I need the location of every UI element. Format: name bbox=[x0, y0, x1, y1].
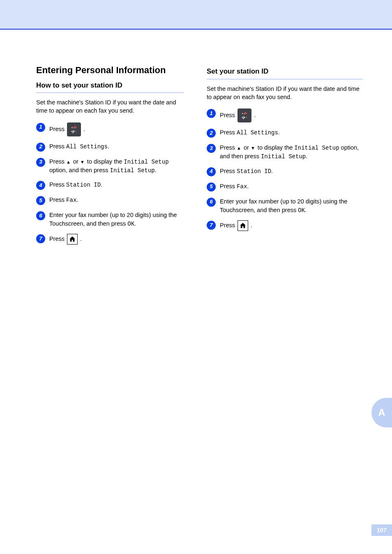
step-number: 7 bbox=[36, 234, 45, 243]
home-icon bbox=[238, 220, 248, 231]
step-text: Press Station ID. bbox=[49, 180, 184, 189]
right-column: Set your station ID Set the machine's St… bbox=[207, 65, 363, 250]
steps-list-left: 1 Press . 2 Press All Settings. bbox=[36, 122, 184, 245]
up-arrow-icon: ▲ bbox=[66, 159, 71, 164]
step-number: 2 bbox=[36, 143, 45, 152]
step: 7 Press . bbox=[36, 234, 184, 245]
subsection-title: How to set your station ID bbox=[36, 81, 184, 93]
step-number: 1 bbox=[36, 123, 45, 132]
step-number: 7 bbox=[207, 221, 216, 230]
step-text: Press ▲ or ▼ to display the Initial Setu… bbox=[49, 157, 184, 175]
step: 7 Press . bbox=[207, 220, 363, 231]
step-number: 5 bbox=[36, 196, 45, 205]
step: 5 Press Fax. bbox=[36, 196, 184, 205]
step: 6 Enter your fax number (up to 20 digits… bbox=[36, 211, 184, 228]
step-text: Press Fax. bbox=[49, 196, 184, 204]
subsection-title: Set your station ID bbox=[207, 67, 363, 79]
svg-point-0 bbox=[71, 127, 73, 128]
step-text: Press All Settings. bbox=[49, 142, 184, 151]
steps-list-right: 1 Press . 2 Press All Settings. bbox=[207, 108, 363, 231]
down-arrow-icon: ▼ bbox=[80, 159, 85, 164]
down-arrow-icon: ▼ bbox=[251, 145, 256, 150]
home-icon bbox=[67, 234, 78, 245]
step: 1 Press . bbox=[36, 122, 184, 136]
step-number: 1 bbox=[207, 109, 216, 118]
intro-text: Set the machine's Station ID if you want… bbox=[36, 99, 184, 115]
step-text: Press . bbox=[220, 220, 363, 231]
step: 3 Press ▲ or ▼ to display the Initial Se… bbox=[36, 157, 184, 175]
svg-point-1 bbox=[75, 131, 76, 132]
top-header-bar bbox=[0, 0, 392, 30]
up-arrow-icon: ▲ bbox=[237, 145, 242, 150]
step: 5 Press Fax. bbox=[207, 182, 363, 192]
svg-point-2 bbox=[242, 113, 243, 114]
step-text: Press ▲ or ▼ to display the Initial Setu… bbox=[220, 143, 363, 161]
intro-text: Set the machine's Station ID if you want… bbox=[207, 85, 363, 101]
section-title: Entering Personal Information bbox=[36, 65, 184, 76]
step-number: 6 bbox=[36, 211, 45, 220]
step-text: Press . bbox=[49, 122, 184, 136]
step: 1 Press . bbox=[207, 108, 363, 122]
step-number: 3 bbox=[36, 158, 45, 167]
step: 4 Press Station ID. bbox=[207, 167, 363, 176]
step-number: 5 bbox=[207, 182, 216, 192]
step-number: 6 bbox=[207, 198, 216, 207]
settings-icon bbox=[238, 108, 251, 122]
step: 2 Press All Settings. bbox=[36, 142, 184, 152]
page-number: 107 bbox=[371, 524, 392, 536]
step: 4 Press Station ID. bbox=[36, 180, 184, 190]
page-content: Entering Personal Information How to set… bbox=[0, 30, 392, 250]
settings-icon bbox=[67, 122, 81, 136]
step-text: Press Station ID. bbox=[220, 167, 363, 175]
left-column: Entering Personal Information How to set… bbox=[36, 65, 184, 250]
step-text: Enter your fax number (up to 20 digits) … bbox=[220, 197, 363, 215]
step: 3 Press ▲ or ▼ to display the Initial Se… bbox=[207, 143, 363, 161]
step-number: 4 bbox=[36, 181, 45, 190]
step-text: Press . bbox=[49, 234, 184, 245]
step-text: Press Fax. bbox=[220, 182, 363, 191]
step-text: Press All Settings. bbox=[220, 128, 363, 137]
step-text: Press . bbox=[220, 108, 363, 122]
step-text: Enter your fax number (up to 20 digits) … bbox=[49, 211, 184, 228]
step-number: 3 bbox=[207, 144, 216, 153]
section-tab: A bbox=[371, 398, 392, 427]
step-number: 4 bbox=[207, 167, 216, 176]
svg-point-3 bbox=[246, 117, 247, 118]
step: 2 Press All Settings. bbox=[207, 128, 363, 138]
step: 6 Enter your fax number (up to 20 digits… bbox=[207, 197, 363, 215]
step-number: 2 bbox=[207, 129, 216, 138]
